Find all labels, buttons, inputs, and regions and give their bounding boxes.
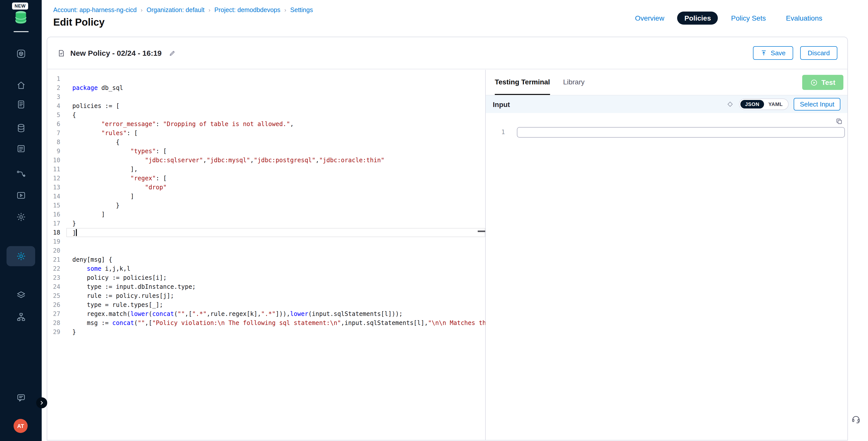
sidebar-item-settings[interactable] — [6, 246, 35, 266]
code-line[interactable]: 1 — [47, 74, 485, 83]
code-line[interactable]: 23 policy := policies[i]; — [47, 273, 485, 282]
test-input-editor[interactable]: 1 — [486, 113, 847, 440]
code-text: } — [72, 219, 76, 228]
code-line[interactable]: 5{ — [47, 111, 485, 120]
code-line[interactable]: 9 "types": [ — [47, 147, 485, 156]
format-toggle[interactable]: JSONYAML — [739, 98, 789, 110]
code-text: ] — [72, 210, 105, 219]
tab-overview[interactable]: Overview — [628, 11, 671, 25]
pipelines-icon — [16, 169, 26, 179]
input-line-number: 1 — [501, 129, 505, 136]
policy-code-editor[interactable]: 12package db_sql34policies := [5{6 "erro… — [47, 70, 485, 440]
format-diamond-icon[interactable] — [726, 100, 734, 108]
code-text: "regex": [ — [72, 174, 167, 183]
code-line[interactable]: 10 "jdbc:sqlserver","jdbc:mysql","jdbc:p… — [47, 156, 485, 165]
code-line[interactable]: 15 } — [47, 201, 485, 210]
code-line[interactable]: 21deny[msg] { — [47, 255, 485, 264]
line-number: 27 — [47, 309, 60, 318]
sidebar-item-records[interactable] — [6, 138, 35, 159]
text-cursor — [76, 229, 76, 236]
sidebar-expand-toggle[interactable] — [36, 397, 47, 408]
manifest-icon — [16, 99, 26, 109]
code-line[interactable]: 18] — [47, 228, 485, 237]
code-line[interactable]: 8 { — [47, 138, 485, 147]
code-text: "types": [ — [72, 147, 167, 156]
code-line[interactable]: 4policies := [ — [47, 101, 485, 111]
line-number: 6 — [47, 120, 60, 129]
code-text: { — [72, 111, 76, 120]
breadcrumb-item[interactable]: Organization: default — [147, 6, 205, 13]
line-number: 8 — [47, 138, 60, 147]
avatar[interactable]: AT — [13, 419, 28, 433]
copy-icon[interactable] — [835, 118, 843, 125]
line-number: 11 — [47, 165, 60, 174]
line-number: 26 — [47, 301, 60, 309]
play-circle-icon — [810, 78, 818, 86]
sidebar-item-hierarchy[interactable] — [6, 307, 35, 327]
code-line[interactable]: 25 rule := policy.rules[j]; — [47, 291, 485, 301]
code-line[interactable]: 12 "regex": [ — [47, 174, 485, 183]
harness-db-devops-logo[interactable] — [13, 9, 29, 25]
tab-library[interactable]: Library — [563, 70, 585, 95]
chat-icon[interactable] — [6, 388, 35, 408]
sidebar-item-manifest[interactable] — [6, 94, 35, 115]
code-line[interactable]: 20 — [47, 246, 485, 255]
input-value-field[interactable] — [517, 127, 845, 138]
code-line[interactable]: 28 msg := concat("",["Policy violation:\… — [47, 318, 485, 327]
save-button[interactable]: Save — [753, 46, 793, 60]
code-line[interactable]: 27 regex.match(lower(concat("",[".*",rul… — [47, 309, 485, 318]
discard-button[interactable]: Discard — [800, 46, 837, 60]
test-button[interactable]: Test — [802, 75, 844, 90]
line-number: 2 — [47, 83, 60, 92]
line-number: 5 — [47, 111, 60, 120]
code-line[interactable]: 29} — [47, 327, 485, 337]
select-input-button[interactable]: Select Input — [794, 98, 840, 111]
sidebar-item-database[interactable] — [6, 118, 35, 138]
code-text: deny[msg] { — [72, 255, 112, 264]
code-line[interactable]: 3 — [47, 92, 485, 101]
sidebar-item-pipelines[interactable] — [6, 164, 35, 184]
current-line-highlight — [66, 228, 485, 237]
tab-evaluations[interactable]: Evaluations — [779, 11, 829, 25]
help-headset-icon[interactable] — [851, 414, 862, 425]
sidebar: NEW AT — [0, 0, 42, 441]
sidebar-item-home[interactable] — [6, 75, 35, 95]
code-line[interactable]: 13 "drop" — [47, 183, 485, 192]
sidebar-item-executions[interactable] — [6, 185, 35, 206]
tab-policy-sets[interactable]: Policy Sets — [724, 11, 773, 25]
line-number: 4 — [47, 101, 60, 111]
edit-pencil-icon[interactable] — [169, 50, 176, 57]
sidebar-item-layers[interactable] — [6, 285, 35, 305]
test-label: Test — [822, 78, 836, 86]
records-icon — [16, 144, 26, 154]
code-text: ] — [72, 228, 76, 237]
sidebar-item-module-switcher[interactable] — [6, 44, 35, 64]
code-line[interactable]: 26 type = rule.types[_]; — [47, 301, 485, 309]
code-line[interactable]: 14 ] — [47, 192, 485, 201]
code-line[interactable]: 24 type := input.dbInstance.type; — [47, 282, 485, 291]
tab-policies[interactable]: Policies — [677, 11, 718, 25]
code-line[interactable]: 6 "error_message": "Dropping of table is… — [47, 120, 485, 129]
code-line[interactable]: 2package db_sql — [47, 83, 485, 92]
code-line[interactable]: 19 — [47, 237, 485, 246]
code-text: some i,j,k,l — [72, 264, 130, 273]
tab-testing-terminal[interactable]: Testing Terminal — [495, 70, 550, 95]
module-switcher-icon — [16, 49, 26, 59]
code-text: { — [72, 138, 120, 147]
code-line[interactable]: 17} — [47, 219, 485, 228]
code-line[interactable]: 7 "rules": [ — [47, 129, 485, 138]
save-upload-icon — [761, 50, 767, 56]
code-line[interactable]: 11 ], — [47, 165, 485, 174]
line-number: 18 — [47, 228, 60, 237]
code-line[interactable]: 16 ] — [47, 210, 485, 219]
breadcrumb-item[interactable]: Project: demodbdevops — [215, 6, 281, 13]
code-line[interactable]: 22 some i,j,k,l — [47, 264, 485, 273]
breadcrumb-item[interactable]: Settings — [290, 6, 313, 13]
code-text: policy := policies[i]; — [72, 273, 167, 282]
line-number: 25 — [47, 291, 60, 301]
format-option-yaml[interactable]: YAML — [764, 100, 787, 108]
sidebar-item-project-setup[interactable] — [6, 207, 35, 227]
breadcrumb-item[interactable]: Account: app-harness-ng-cicd — [53, 6, 136, 13]
format-option-json[interactable]: JSON — [741, 100, 764, 108]
testing-pane-tabs: Testing TerminalLibrary Test — [486, 70, 847, 95]
